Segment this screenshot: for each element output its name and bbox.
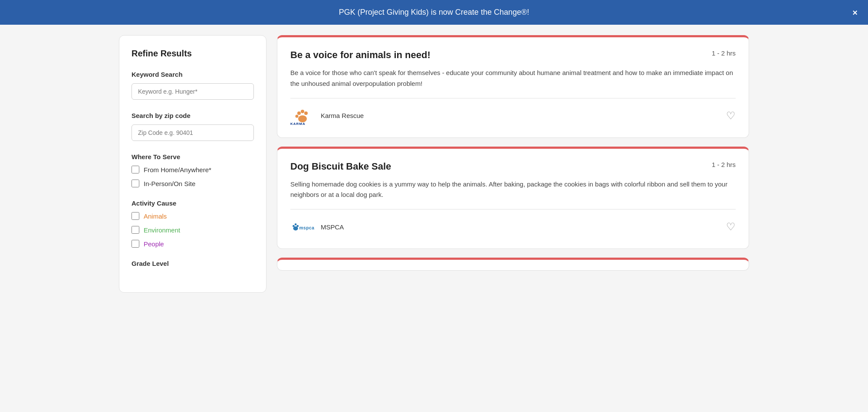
banner-text: PGK (Project Giving Kids) is now Create …: [339, 8, 529, 17]
grade-level-section: Grade Level: [132, 260, 254, 267]
card-1-favorite-button[interactable]: ♡: [726, 111, 736, 121]
animals-checkbox-item[interactable]: Animals: [132, 212, 254, 220]
card-1-title: Be a voice for animals in need!: [290, 49, 431, 61]
card-2-favorite-button[interactable]: ♡: [726, 222, 736, 232]
karma-rescue-logo: KARMA: [290, 106, 315, 125]
card-2-footer: mspca MSPCA ♡: [290, 217, 736, 236]
svg-point-6: [293, 225, 295, 227]
banner-close-button[interactable]: ×: [852, 8, 858, 17]
from-home-checkbox[interactable]: [132, 166, 139, 173]
card-2-divider: [290, 209, 736, 209]
keyword-search-section: Keyword Search: [132, 71, 254, 100]
from-home-label: From Home/Anywhere*: [144, 166, 211, 173]
animals-label: Animals: [144, 213, 167, 220]
people-label: People: [144, 240, 164, 248]
sidebar: Refine Results Keyword Search Search by …: [119, 35, 266, 293]
card-2-org-info: mspca MSPCA: [290, 217, 344, 236]
svg-text:KARMA: KARMA: [290, 122, 306, 125]
zip-search-label: Search by zip code: [132, 112, 254, 119]
animals-checkbox[interactable]: [132, 212, 139, 220]
card-2-header: Dog Biscuit Bake Sale 1 - 2 hrs: [290, 161, 736, 172]
activity-cause-section: Activity Cause Animals Environment Peopl…: [132, 199, 254, 248]
where-to-serve-label: Where To Serve: [132, 153, 254, 160]
page-body: Refine Results Keyword Search Search by …: [108, 25, 760, 303]
svg-point-2: [304, 111, 308, 115]
grade-level-label: Grade Level: [132, 260, 254, 267]
activity-card-1: Be a voice for animals in need! 1 - 2 hr…: [277, 35, 749, 138]
sidebar-title: Refine Results: [132, 49, 254, 59]
keyword-search-label: Keyword Search: [132, 71, 254, 78]
activity-card-3: [277, 258, 749, 271]
card-1-description: Be a voice for those who can't speak for…: [290, 68, 736, 89]
card-2-duration: 1 - 2 hrs: [712, 161, 736, 168]
svg-point-9: [293, 226, 298, 230]
card-1-footer: KARMA Karma Rescue ♡: [290, 106, 736, 125]
environment-checkbox[interactable]: [132, 226, 139, 234]
card-2-org-name: MSPCA: [321, 223, 344, 231]
environment-label: Environment: [144, 226, 180, 234]
card-1-org-name: Karma Rescue: [321, 112, 364, 119]
in-person-checkbox[interactable]: [132, 180, 139, 187]
activity-card-2: Dog Biscuit Bake Sale 1 - 2 hrs Selling …: [277, 147, 749, 249]
in-person-label: In-Person/On Site: [144, 180, 195, 187]
announcement-banner: PGK (Project Giving Kids) is now Create …: [0, 0, 868, 25]
svg-text:mspca: mspca: [299, 226, 315, 230]
svg-point-1: [301, 110, 304, 113]
keyword-search-input[interactable]: [132, 83, 254, 100]
card-1-header: Be a voice for animals in need! 1 - 2 hr…: [290, 49, 736, 61]
activity-cause-label: Activity Cause: [132, 199, 254, 207]
card-2-description: Selling homemade dog cookies is a yummy …: [290, 179, 736, 201]
svg-point-3: [296, 114, 299, 118]
svg-point-0: [297, 111, 301, 115]
where-to-serve-section: Where To Serve From Home/Anywhere* In-Pe…: [132, 153, 254, 187]
in-person-checkbox-item[interactable]: In-Person/On Site: [132, 180, 254, 187]
environment-checkbox-item[interactable]: Environment: [132, 226, 254, 234]
card-1-divider: [290, 98, 736, 98]
mspca-logo: mspca: [290, 217, 315, 236]
zip-search-section: Search by zip code: [132, 112, 254, 141]
card-1-duration: 1 - 2 hrs: [712, 49, 736, 57]
svg-point-7: [295, 223, 297, 226]
card-1-org-info: KARMA Karma Rescue: [290, 106, 364, 125]
zip-search-input[interactable]: [132, 124, 254, 141]
card-2-title: Dog Biscuit Bake Sale: [290, 161, 391, 172]
people-checkbox-item[interactable]: People: [132, 240, 254, 248]
people-checkbox[interactable]: [132, 240, 139, 248]
svg-point-4: [298, 115, 307, 122]
from-home-checkbox-item[interactable]: From Home/Anywhere*: [132, 166, 254, 173]
svg-point-8: [296, 225, 299, 227]
main-content: Be a voice for animals in need! 1 - 2 hr…: [277, 35, 749, 293]
